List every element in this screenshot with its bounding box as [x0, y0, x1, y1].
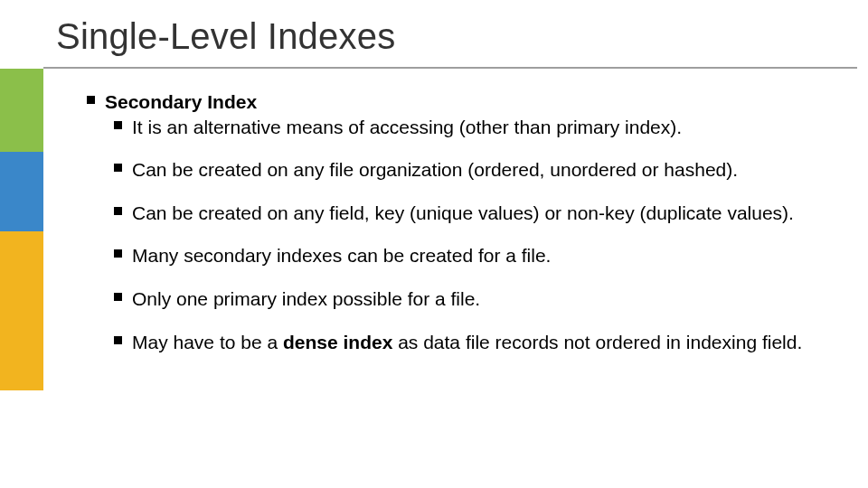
square-bullet-icon	[114, 249, 122, 258]
list-item: Many secondary indexes can be created fo…	[114, 244, 832, 267]
square-bullet-icon	[114, 293, 122, 301]
title-underline	[43, 67, 857, 69]
list-item-text: Many secondary indexes can be created fo…	[132, 245, 551, 266]
slide-title: Single-Level Indexes	[56, 16, 395, 57]
list-item-text: It is an alternative means of accessing …	[132, 117, 682, 137]
list-item: Can be created on any file organization …	[114, 158, 832, 182]
slide-root: Single-Level Indexes Secondary Index It …	[0, 0, 868, 488]
square-bullet-icon	[114, 207, 122, 215]
list-item: It is an alternative means of accessing …	[114, 116, 832, 139]
list-item: Only one primary index possible for a fi…	[114, 287, 832, 311]
bullet-list: It is an alternative means of accessing …	[87, 116, 832, 354]
list-item-bold: dense index	[283, 332, 392, 352]
list-item-text: Only one primary index possible for a fi…	[132, 288, 480, 309]
list-item-text-part: May have to be a	[132, 332, 283, 352]
square-bullet-icon	[114, 164, 122, 172]
heading-text: Secondary Index	[105, 91, 257, 112]
list-item: Can be created on any field, key (unique…	[114, 202, 832, 225]
square-bullet-icon	[114, 121, 122, 129]
list-item-text: Can be created on any file organization …	[132, 159, 738, 180]
sidebar-yellow-block	[0, 231, 43, 390]
square-bullet-icon	[114, 336, 122, 344]
square-bullet-icon	[87, 96, 95, 104]
list-item: May have to be a dense index as data fil…	[114, 331, 832, 354]
sidebar-blue-block	[0, 152, 43, 231]
sidebar-white-block	[0, 390, 43, 488]
sidebar-color-bar	[0, 69, 43, 488]
heading-secondary-index: Secondary Index	[87, 90, 832, 114]
list-item-text-part: as data file records not ordered in inde…	[392, 332, 802, 352]
content-area: Secondary Index It is an alternative mea…	[87, 90, 832, 353]
sidebar-green-block	[0, 69, 43, 152]
list-item-text: Can be created on any field, key (unique…	[132, 202, 794, 223]
